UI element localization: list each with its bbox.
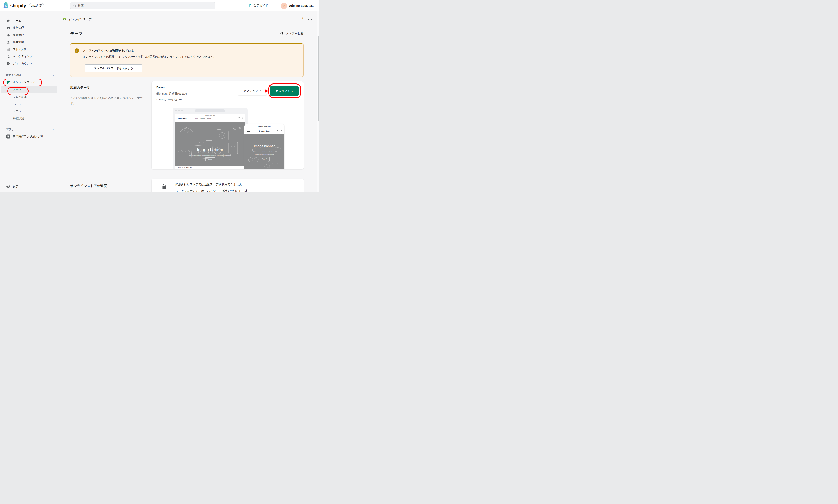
header-actions <box>300 12 313 27</box>
themes-label: テーマ <box>13 88 21 91</box>
shop-all-button: Shop all <box>205 157 215 161</box>
gear-icon <box>6 184 10 188</box>
customize-button[interactable]: カスタマイズ <box>270 86 299 95</box>
sidebar-item-marketing[interactable]: マーケティング <box>0 53 59 60</box>
chevron-right-icon[interactable]: › <box>53 128 54 131</box>
desktop-hero-banner: Image banner Give customers details abou… <box>175 122 245 166</box>
scrollbar-thumb[interactable] <box>318 36 319 121</box>
desktop-preview-page: Welcome to our store tr-apps-test Home C… <box>175 114 245 169</box>
sidebar-item-preferences[interactable]: 各種設定 <box>0 115 59 122</box>
search-icon <box>73 4 76 8</box>
online-store-label: オンラインストア <box>13 80 35 84</box>
theme-preview-desktop: Welcome to our store tr-apps-test Home C… <box>173 108 248 169</box>
sidebar-item-label: 商品管理 <box>13 33 24 37</box>
pie-chart-app-icon <box>6 134 10 139</box>
speed-section-title: オンラインストアの速度 <box>70 184 107 188</box>
content-header: オンラインストア <box>59 12 317 27</box>
theme-last-saved: 最終保存: 月曜日の13:06 <box>157 92 187 96</box>
storefront-icon <box>6 80 10 84</box>
lock-icon <box>161 183 167 191</box>
search-icon <box>277 129 278 131</box>
avatar: tA <box>281 3 287 9</box>
setup-guide-label: 設定ガイド <box>254 4 268 7</box>
page-head: テーマ ストアを見る <box>70 30 303 37</box>
version-badge: 2022年夏 <box>29 3 44 8</box>
bar-chart-icon <box>6 47 10 51</box>
navigation-label: メニュー <box>13 109 24 113</box>
view-store-button[interactable]: ストアを見る <box>280 31 303 36</box>
shop-all-button: Shop all <box>259 157 270 161</box>
chevron-right-icon[interactable]: › <box>53 73 54 77</box>
preview-nav-contact: Contact <box>207 118 211 119</box>
sidebar-item-home[interactable]: ホーム <box>0 17 59 24</box>
online-store-channel-icon <box>62 17 66 22</box>
announcement-bar: Welcome to our store <box>175 115 245 116</box>
topbar-right: 設定ガイド tA Admintr-apps-test <box>248 0 314 12</box>
svg-text:S: S <box>5 4 7 7</box>
hero-title: Image banner <box>175 147 245 152</box>
pages-label: ページ <box>13 102 21 106</box>
more-actions-icon[interactable] <box>307 18 313 21</box>
hero-caption-line2: image(s) or content on the template <box>245 154 284 155</box>
banner-body: オンラインストアの構築中は、パスワードを持つ訪問者のみがオンラインストアにアクセ… <box>83 55 216 59</box>
sales-channels-label: 販売チャネル <box>6 73 22 77</box>
current-theme-card: Dawn 最終保存: 月曜日の13:06 Dawnのバージョン6.0.2 アクシ… <box>151 82 303 169</box>
warning-icon: ! <box>74 49 79 53</box>
shopify-admin-app: S shopify 2022年夏 設定ガイド tA Admintr-apps-t… <box>0 0 319 192</box>
theme-actions-label: アクション <box>244 89 258 93</box>
sidebar-item-navigation[interactable]: メニュー <box>0 108 59 115</box>
home-icon <box>6 19 10 23</box>
sidebar-item-discounts[interactable]: ディスカウント <box>0 60 59 67</box>
sales-channels-header[interactable]: 販売チャネル › <box>0 71 59 78</box>
shopify-bag-icon: S <box>3 2 8 10</box>
chevron-down-icon: ▼ <box>260 90 261 92</box>
orders-inbox-icon <box>6 26 10 30</box>
sidebar-item-label: 顧客管理 <box>13 40 24 44</box>
preview-header-icons <box>277 129 282 131</box>
target-cursor-icon <box>6 54 10 58</box>
global-search[interactable] <box>70 2 215 10</box>
scrollbar-track[interactable] <box>317 12 319 192</box>
settings-label: 設定 <box>13 185 18 188</box>
preview-store-name: tr-apps-test <box>178 117 186 119</box>
apps-header[interactable]: アプリ › <box>0 126 59 133</box>
sidebar-item-label: マーケティング <box>13 55 32 58</box>
sidebar-item-analytics[interactable]: ストア分析 <box>0 46 59 53</box>
announcement-bar: Welcome to our store <box>245 126 284 127</box>
breadcrumb[interactable]: オンラインストア <box>62 12 92 27</box>
sidebar-item-pages[interactable]: ページ <box>0 101 59 108</box>
speed-card: 保護されたストアでは速度スコアを利用できません スコアを表示するには、パスワード… <box>151 179 303 192</box>
shopify-logo[interactable]: S shopify 2022年夏 <box>3 0 44 12</box>
blog-posts-label: ブログ記事 <box>13 95 27 99</box>
preview-nav-catalog: Catalog <box>200 118 205 119</box>
theme-preview-mobile: Welcome to our store tr-apps-test Image <box>245 124 284 169</box>
sidebar-item-blog-posts[interactable]: ブログ記事 <box>0 93 59 101</box>
preview-nav: Home Catalog Contact <box>195 118 211 119</box>
search-icon <box>238 117 240 119</box>
show-store-password-button[interactable]: ストアのパスワードを表示する <box>85 64 142 72</box>
sidebar-item-pie-chart-app[interactable]: 簡単円グラフ追加アプリ <box>0 133 59 140</box>
breadcrumb-label: オンラインストア <box>68 18 92 21</box>
tag-icon <box>6 33 10 37</box>
sidebar-item-themes[interactable]: テーマ <box>1 86 57 93</box>
setup-guide-button[interactable]: 設定ガイド <box>248 3 268 8</box>
preview-nav-home: Home <box>195 118 198 119</box>
search-input[interactable] <box>78 4 213 7</box>
theme-actions-button[interactable]: アクション ▼ <box>238 87 267 95</box>
sidebar-item-orders[interactable]: 注文管理 <box>0 24 59 31</box>
discount-icon <box>6 61 10 66</box>
theme-version: Dawnのバージョン6.0.2 <box>157 98 186 102</box>
pie-chart-app-label: 簡単円グラフ追加アプリ <box>13 135 43 139</box>
sidebar-item-settings[interactable]: 設定 <box>0 183 59 190</box>
speed-message-line1: 保護されたストアでは速度スコアを利用できません <box>175 183 242 186</box>
sidebar-item-products[interactable]: 商品管理 <box>0 31 59 38</box>
account-menu[interactable]: tA Admintr-apps-test <box>281 3 314 9</box>
theme-name: Dawn <box>157 86 165 89</box>
sidebar-item-customers[interactable]: 顧客管理 <box>0 38 59 46</box>
speed-message-line2: スコアを表示するには、パスワード保護を無効にし、計 <box>175 189 248 192</box>
sidebar-item-label: 注文管理 <box>13 26 24 30</box>
cart-bag-icon <box>280 129 282 131</box>
pin-icon[interactable] <box>300 17 304 22</box>
sidebar-item-online-store[interactable]: オンラインストア <box>0 78 59 86</box>
sidebar-item-label: ストア分析 <box>13 48 27 51</box>
